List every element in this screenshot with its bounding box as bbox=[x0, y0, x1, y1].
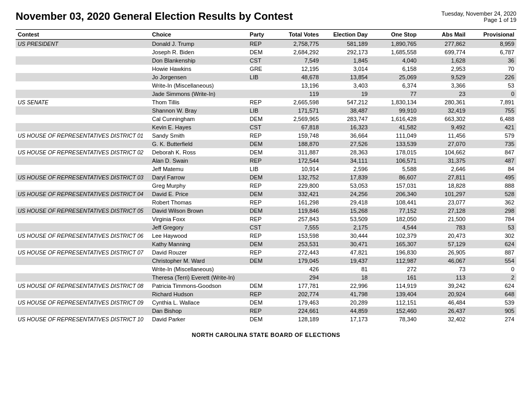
contest-cell: US HOUSE OF REPRESENTATIVES DISTRICT 05 bbox=[16, 207, 150, 215]
abs-mail-cell: 46,067 bbox=[419, 257, 468, 265]
party-cell: GRE bbox=[248, 65, 272, 73]
abs-mail-cell: 32,419 bbox=[419, 106, 468, 115]
contest-cell bbox=[16, 265, 150, 273]
abs-mail-cell: 39,242 bbox=[419, 282, 468, 290]
table-row: Cal CunninghamDEM2,569,965283,7471,616,4… bbox=[16, 115, 516, 123]
provisional-cell: 274 bbox=[467, 315, 516, 323]
header-right: Tuesday, November 24, 2020 Page 1 of 19 bbox=[441, 10, 516, 23]
total-votes-cell: 7,555 bbox=[272, 223, 321, 232]
choice-cell: Alan D. Swain bbox=[150, 156, 248, 165]
contest-cell bbox=[16, 56, 150, 65]
choice-cell: Shannon W. Bray bbox=[150, 106, 248, 115]
party-cell: DEM bbox=[248, 190, 272, 198]
abs-mail-cell: 9,492 bbox=[419, 123, 468, 131]
party-cell: REP bbox=[248, 290, 272, 298]
one-stop-cell: 4,544 bbox=[370, 223, 419, 232]
provisional-cell: 421 bbox=[467, 123, 516, 131]
abs-mail-cell: 18,828 bbox=[419, 182, 468, 190]
provisional-cell: 70 bbox=[467, 65, 516, 73]
table-row: US HOUSE OF REPRESENTATIVES DISTRICT 03D… bbox=[16, 173, 516, 182]
provisional-cell: 6,787 bbox=[467, 48, 516, 56]
total-votes-cell: 13,196 bbox=[272, 81, 321, 90]
party-cell: LIB bbox=[248, 73, 272, 81]
abs-mail-cell: 26,905 bbox=[419, 248, 468, 257]
party-cell: DEM bbox=[248, 48, 272, 56]
party-cell: DEM bbox=[248, 298, 272, 307]
choice-cell: Patricia Timmons-Goodson bbox=[150, 282, 248, 290]
party-cell: REP bbox=[248, 182, 272, 190]
one-stop-cell: 111,049 bbox=[370, 131, 419, 140]
total-votes-cell: 188,870 bbox=[272, 140, 321, 148]
provisional-cell: 6,488 bbox=[467, 115, 516, 123]
total-votes-cell: 12,195 bbox=[272, 65, 321, 73]
contest-cell: US HOUSE OF REPRESENTATIVES DISTRICT 06 bbox=[16, 232, 150, 240]
party-cell: REP bbox=[248, 215, 272, 223]
total-votes-cell: 2,569,965 bbox=[272, 115, 321, 123]
col-provisional: Provisional bbox=[467, 30, 516, 40]
contest-cell bbox=[16, 240, 150, 248]
abs-mail-cell: 277,862 bbox=[419, 40, 468, 49]
total-votes-cell: 67,818 bbox=[272, 123, 321, 131]
table-row: US HOUSE OF REPRESENTATIVES DISTRICT 06L… bbox=[16, 232, 516, 240]
total-votes-cell: 128,189 bbox=[272, 315, 321, 323]
contest-cell bbox=[16, 223, 150, 232]
col-total-votes: Total Votes bbox=[272, 30, 321, 40]
abs-mail-cell: 27,070 bbox=[419, 140, 468, 148]
abs-mail-cell: 57,129 bbox=[419, 240, 468, 248]
contest-cell bbox=[16, 140, 150, 148]
total-votes-cell: 426 bbox=[272, 265, 321, 273]
provisional-cell: 53 bbox=[467, 81, 516, 90]
table-row: US SENATEThom TillisREP2,665,598547,2121… bbox=[16, 98, 516, 106]
contest-cell bbox=[16, 123, 150, 131]
election-day-cell: 30,471 bbox=[321, 240, 370, 248]
choice-cell: Virginia Foxx bbox=[150, 215, 248, 223]
total-votes-cell: 257,843 bbox=[272, 215, 321, 223]
table-row: US HOUSE OF REPRESENTATIVES DISTRICT 01S… bbox=[16, 131, 516, 140]
provisional-cell: 579 bbox=[467, 131, 516, 140]
election-day-cell: 283,747 bbox=[321, 115, 370, 123]
total-votes-cell: 179,463 bbox=[272, 298, 321, 307]
party-cell: DEM bbox=[248, 315, 272, 323]
col-abs-mail: Abs Mail bbox=[419, 30, 468, 40]
abs-mail-cell: 26,437 bbox=[419, 307, 468, 315]
provisional-cell: 2 bbox=[467, 273, 516, 282]
table-row: Write-In (Miscellaneous)13,1963,4036,374… bbox=[16, 81, 516, 90]
election-day-cell: 22,996 bbox=[321, 282, 370, 290]
party-cell: CST bbox=[248, 123, 272, 131]
provisional-cell: 624 bbox=[467, 282, 516, 290]
provisional-cell: 84 bbox=[467, 165, 516, 173]
abs-mail-cell: 20,924 bbox=[419, 290, 468, 298]
party-cell bbox=[248, 81, 272, 90]
total-votes-cell: 172,544 bbox=[272, 156, 321, 165]
table-row: US HOUSE OF REPRESENTATIVES DISTRICT 07D… bbox=[16, 248, 516, 257]
one-stop-cell: 4,040 bbox=[370, 56, 419, 65]
election-day-cell: 1,845 bbox=[321, 56, 370, 65]
table-row: G. K. ButterfieldDEM188,87027,526133,539… bbox=[16, 140, 516, 148]
election-day-cell: 53,053 bbox=[321, 182, 370, 190]
table-row: Jo JorgensenLIB48,67813,85425,0699,52922… bbox=[16, 73, 516, 81]
abs-mail-cell: 23 bbox=[419, 90, 468, 98]
choice-cell: Robert Thomas bbox=[150, 198, 248, 207]
col-contest: Contest bbox=[16, 30, 150, 40]
choice-cell: Cynthia L. Wallace bbox=[150, 298, 248, 307]
table-row: Kathy ManningDEM253,53130,471165,30757,1… bbox=[16, 240, 516, 248]
choice-cell: Write-In (Miscellaneous) bbox=[150, 81, 248, 90]
one-stop-cell: 86,607 bbox=[370, 173, 419, 182]
choice-cell: Christopher M. Ward bbox=[150, 257, 248, 265]
one-stop-cell: 272 bbox=[370, 265, 419, 273]
choice-cell: Jade Simmons (Write-In) bbox=[150, 90, 248, 98]
table-row: Alan D. SwainREP172,54434,111106,57131,3… bbox=[16, 156, 516, 165]
abs-mail-cell: 23,077 bbox=[419, 198, 468, 207]
one-stop-cell: 206,340 bbox=[370, 190, 419, 198]
provisional-cell: 487 bbox=[467, 156, 516, 165]
total-votes-cell: 294 bbox=[272, 273, 321, 282]
election-day-cell: 41,798 bbox=[321, 290, 370, 298]
table-row: US HOUSE OF REPRESENTATIVES DISTRICT 02D… bbox=[16, 148, 516, 156]
total-votes-cell: 272,443 bbox=[272, 248, 321, 257]
party-cell: DEM bbox=[248, 240, 272, 248]
table-row: US HOUSE OF REPRESENTATIVES DISTRICT 04D… bbox=[16, 190, 516, 198]
table-row: Greg MurphyREP229,80053,053157,03118,828… bbox=[16, 182, 516, 190]
table-row: Theresa (Terri) Everett (Write-In)294181… bbox=[16, 273, 516, 282]
total-votes-cell: 177,781 bbox=[272, 282, 321, 290]
choice-cell: G. K. Butterfield bbox=[150, 140, 248, 148]
